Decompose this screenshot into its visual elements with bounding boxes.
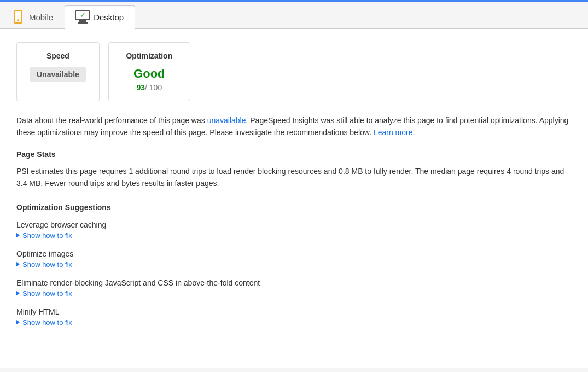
optimization-score: 93/ 100	[122, 83, 177, 92]
show-how-eliminate-render-blocking[interactable]: Show how to fix	[16, 289, 572, 298]
show-how-optimize-images[interactable]: Show how to fix	[16, 260, 572, 269]
suggestion-eliminate-render-blocking: Eliminate render-blocking JavaScript and…	[16, 278, 572, 298]
show-how-eliminate-render-blocking-text: Show how to fix	[22, 289, 72, 298]
score-card-speed: Speed Unavailable	[16, 42, 100, 101]
suggestion-eliminate-render-blocking-label: Eliminate render-blocking JavaScript and…	[16, 278, 572, 287]
speed-title: Speed	[30, 51, 86, 60]
tab-mobile[interactable]: Mobile	[0, 5, 65, 28]
show-how-minify-html-text: Show how to fix	[22, 318, 72, 327]
desktop-icon: ✓	[76, 10, 89, 24]
tab-desktop[interactable]: ✓ Desktop	[65, 5, 135, 29]
unavailable-link[interactable]: unavailable	[207, 116, 246, 125]
description: Data about the real-world performance of…	[16, 114, 572, 139]
score-cards: Speed Unavailable Optimization Good 93/ …	[16, 42, 572, 101]
page-stats-section: Page Stats PSI estimates this page requi…	[16, 150, 572, 190]
show-how-optimize-images-text: Show how to fix	[22, 260, 72, 269]
suggestion-minify-html-label: Minify HTML	[16, 307, 572, 316]
optimization-suggestions-section: Optimization Suggestions Leverage browse…	[16, 203, 572, 327]
optimization-suggestions-title: Optimization Suggestions	[16, 203, 572, 212]
show-how-leverage-caching-text: Show how to fix	[22, 231, 72, 240]
learn-more-link[interactable]: Learn more	[374, 128, 413, 137]
description-text3: .	[413, 128, 415, 137]
suggestion-optimize-images-label: Optimize images	[16, 249, 572, 258]
suggestion-minify-html: Minify HTML Show how to fix	[16, 307, 572, 327]
triangle-icon-0	[16, 233, 20, 237]
show-how-leverage-caching[interactable]: Show how to fix	[16, 231, 572, 240]
speed-value: Unavailable	[30, 67, 86, 82]
optimization-num: 93	[136, 83, 145, 92]
optimization-title: Optimization	[122, 51, 177, 60]
optimization-value: Good	[122, 67, 177, 81]
triangle-icon-1	[16, 262, 20, 266]
page-stats-text: PSI estimates this page requires 1 addit…	[16, 165, 572, 190]
page-stats-title: Page Stats	[16, 150, 572, 159]
suggestion-leverage-caching: Leverage browser caching Show how to fix	[16, 220, 572, 240]
show-how-minify-html[interactable]: Show how to fix	[16, 318, 572, 327]
triangle-icon-3	[16, 320, 20, 324]
suggestion-leverage-caching-label: Leverage browser caching	[16, 220, 572, 229]
tab-desktop-label: Desktop	[94, 13, 124, 22]
triangle-icon-2	[16, 291, 20, 295]
description-text1: Data about the real-world performance of…	[16, 116, 207, 125]
tab-bar: Mobile ✓ Desktop	[0, 2, 588, 29]
score-card-optimization: Optimization Good 93/ 100	[108, 42, 190, 101]
suggestion-optimize-images: Optimize images Show how to fix	[16, 249, 572, 269]
optimization-denom: / 100	[145, 83, 162, 92]
main-content: Speed Unavailable Optimization Good 93/ …	[0, 29, 588, 368]
mobile-icon	[11, 10, 25, 24]
tab-mobile-label: Mobile	[29, 13, 53, 22]
